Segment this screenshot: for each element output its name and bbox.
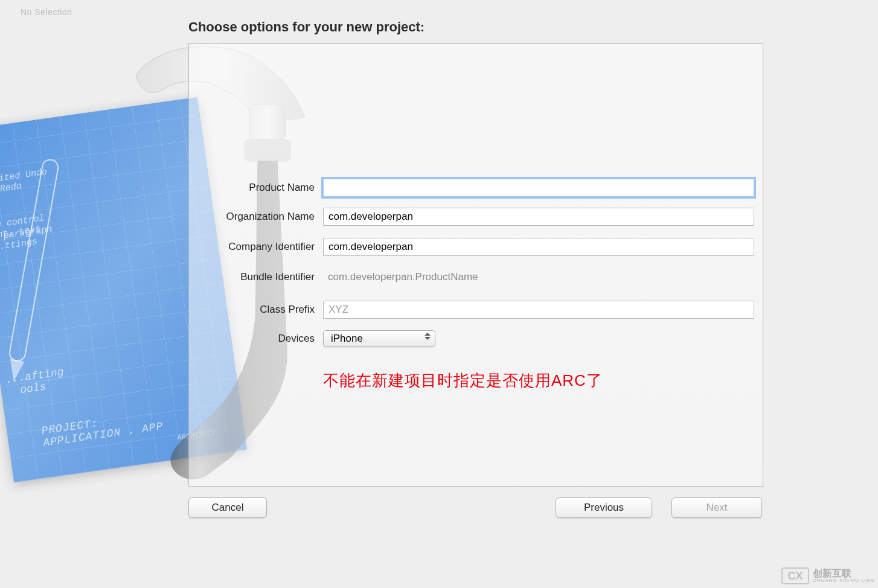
devices-label: Devices xyxy=(189,333,315,345)
watermark-line2: CHUANG XIN HU LIAN xyxy=(813,578,874,584)
blueprint-text: PROJECT: APPLICATION . APP xyxy=(11,396,166,465)
dialog-title: Choose options for your new project: xyxy=(188,19,425,35)
company-identifier-label: Company Identifier xyxy=(189,241,315,253)
bundle-identifier-value: com.developerpan.ProductName xyxy=(323,271,478,283)
form-panel: Product Name Organization Name Company I… xyxy=(188,43,763,487)
product-name-input[interactable] xyxy=(323,179,754,197)
organization-name-label: Organization Name xyxy=(189,211,315,223)
cancel-button[interactable]: Cancel xyxy=(188,497,267,518)
watermark-line1: 创新互联 xyxy=(813,568,874,579)
bundle-identifier-label: Bundle Identifier xyxy=(189,271,315,283)
next-button[interactable]: Next xyxy=(671,497,762,518)
product-name-label: Product Name xyxy=(189,182,315,194)
previous-button[interactable]: Previous xyxy=(556,497,652,518)
company-identifier-input[interactable] xyxy=(323,238,754,256)
watermark: CX 创新互联 CHUANG XIN HU LIAN xyxy=(781,567,874,584)
devices-select-value: iPhone xyxy=(331,333,363,345)
watermark-logo-icon: CX xyxy=(781,567,809,584)
class-prefix-label: Class Prefix xyxy=(189,304,315,316)
no-selection-text: No Selection xyxy=(21,7,72,17)
devices-select[interactable]: iPhone xyxy=(323,330,435,347)
class-prefix-input[interactable] xyxy=(323,301,754,319)
annotation-text: 不能在新建项目时指定是否使用ARC了 xyxy=(323,370,603,391)
organization-name-input[interactable] xyxy=(323,208,754,226)
